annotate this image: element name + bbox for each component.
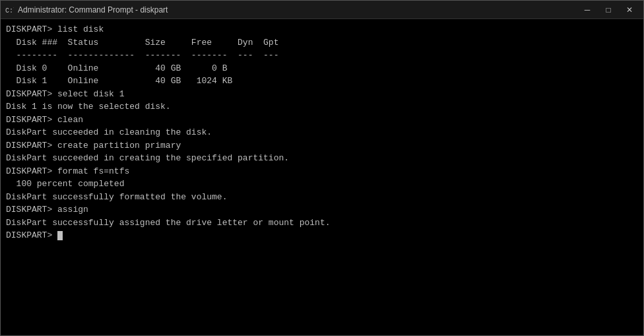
window-title: Administrator: Command Prompt - diskpart [18, 5, 168, 15]
terminal-line: DISKPART> select disk 1 [6, 88, 638, 101]
cursor [57, 231, 63, 240]
terminal-line: DiskPart successfully assigned the drive… [6, 217, 638, 230]
terminal-line: Disk 1 Online 40 GB 1024 KB [6, 75, 638, 88]
terminal-line: Disk 1 is now the selected disk. [6, 100, 638, 114]
svg-text:C:\: C:\ [5, 7, 14, 15]
window-controls: ─ □ ✕ [577, 3, 639, 17]
minimize-button[interactable]: ─ [577, 3, 597, 17]
terminal-line: Disk 0 Online 40 GB 0 B [6, 62, 638, 75]
terminal-line: DiskPart successfully formatted the volu… [6, 191, 638, 204]
terminal-line: -------- ------------- ------- ------- -… [6, 49, 638, 62]
terminal-line: DISKPART> list disk [6, 23, 638, 36]
maximize-button[interactable]: □ [598, 3, 618, 17]
terminal-line: DISKPART> assign [6, 203, 638, 217]
terminal-body[interactable]: DISKPART> list disk Disk ### Status Size… [1, 19, 643, 335]
terminal-line: DISKPART> [6, 229, 638, 242]
terminal-line: DiskPart succeeded in cleaning the disk. [6, 126, 638, 139]
close-button[interactable]: ✕ [620, 3, 639, 17]
terminal-line: 100 percent completed [6, 178, 638, 191]
title-bar: C:\ Administrator: Command Prompt - disk… [1, 1, 643, 19]
terminal-line: DISKPART> format fs=ntfs [6, 165, 638, 178]
main-window: C:\ Administrator: Command Prompt - disk… [0, 0, 644, 336]
terminal-line: Disk ### Status Size Free Dyn Gpt [6, 36, 638, 50]
terminal-line: DiskPart succeeded in creating the speci… [6, 152, 638, 165]
terminal-line: DISKPART> create partition primary [6, 139, 638, 152]
cmd-icon: C:\ [5, 5, 14, 15]
title-bar-left: C:\ Administrator: Command Prompt - disk… [5, 5, 168, 15]
terminal-line: DISKPART> clean [6, 114, 638, 127]
